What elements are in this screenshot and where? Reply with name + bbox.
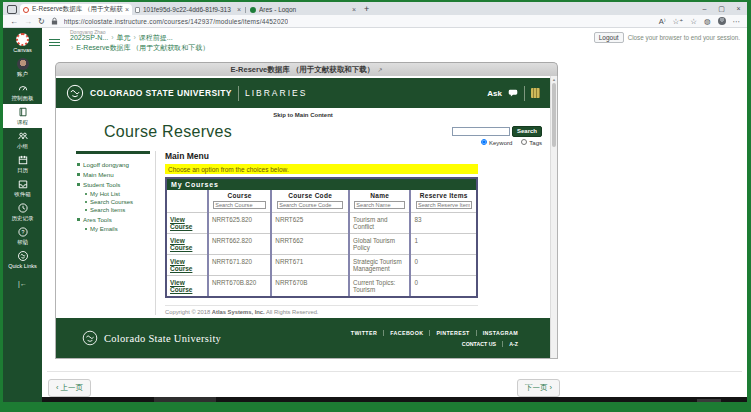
- nav-ares-tools[interactable]: Ares Tools: [76, 216, 150, 223]
- a-z-link[interactable]: A-Z: [502, 341, 524, 347]
- reserve-items-cell: 83: [410, 213, 476, 234]
- settings-menu-icon[interactable]: ⋯: [733, 17, 741, 26]
- tab-close-icon[interactable]: ×: [352, 6, 356, 13]
- pinterest-link[interactable]: PINTEREST: [429, 330, 475, 336]
- restore-icon[interactable]: ▢: [713, 2, 730, 15]
- sidebar-item-history[interactable]: 历史记录: [3, 200, 42, 224]
- sidebar-item-canvas[interactable]: Canvas: [3, 31, 42, 56]
- sidebar-collapse-icon[interactable]: |←: [18, 280, 27, 287]
- search-input[interactable]: [452, 127, 510, 136]
- view-course-link[interactable]: View Course: [170, 216, 192, 230]
- browser-essentials-icon[interactable]: ◍: [704, 17, 711, 26]
- frame-scrollbar[interactable]: ▲: [550, 76, 557, 358]
- nav-main-menu[interactable]: Main Menu: [76, 171, 150, 178]
- main-menu-heading: Main Menu: [165, 151, 478, 161]
- browser-tab[interactable]: 101fe95d-9c22-4dd6-81f9-313 ×: [132, 4, 244, 15]
- forward-icon[interactable]: →: [24, 17, 32, 26]
- name-filter-input[interactable]: [354, 201, 405, 209]
- course-code-cell: NRRT671: [271, 255, 349, 276]
- collections-icon[interactable]: ☆: [690, 17, 697, 26]
- nav-student-tools[interactable]: Student Tools: [76, 181, 150, 188]
- profile-avatar[interactable]: [718, 17, 726, 25]
- sidebar-item-inbox[interactable]: 收件箱: [3, 176, 42, 200]
- tab-close-icon[interactable]: ×: [125, 6, 129, 13]
- tab-actions-icon[interactable]: [7, 5, 17, 14]
- sidebar-item-account[interactable]: 账户: [3, 56, 42, 80]
- keyword-radio-input[interactable]: [481, 139, 487, 145]
- logout-button[interactable]: Logout: [594, 32, 624, 43]
- minimize-icon[interactable]: –: [696, 2, 713, 15]
- nav-logoff[interactable]: Logoff dongyang: [76, 161, 150, 168]
- browser-tab-active[interactable]: E-Reserve数据库 （用于文献获取 ×: [20, 4, 132, 15]
- taskbar-clock-area: [697, 399, 721, 402]
- course-code-cell: NRRT662: [271, 234, 349, 255]
- url-text[interactable]: https://colostate.instructure.com/course…: [64, 18, 289, 25]
- contact-us-link[interactable]: CONTACT US: [456, 341, 502, 347]
- ask-link[interactable]: Ask: [487, 89, 502, 98]
- history-clock-icon: [17, 202, 29, 214]
- footer-links: TWITTER FACEBOOK PINTEREST INSTAGRAM CON…: [345, 330, 524, 347]
- footer-logo: Colorado State University: [82, 330, 221, 346]
- breadcrumb-module[interactable]: 课程前提...: [130, 34, 172, 41]
- reserve-items-filter-input[interactable]: [416, 201, 472, 209]
- account-avatar-icon: [17, 58, 29, 70]
- close-icon[interactable]: ×: [730, 2, 747, 15]
- facebook-link[interactable]: FACEBOOK: [383, 330, 429, 336]
- gift-icon[interactable]: [531, 88, 540, 98]
- favorites-add-icon[interactable]: ☆⁺: [673, 17, 684, 26]
- back-icon[interactable]: ←: [10, 17, 18, 26]
- canvas-sidebar: Canvas 账户 控制面板 课程 小组: [3, 28, 42, 402]
- breadcrumb-item-title[interactable]: E-Reserve数据库 （用于文献获取和下载）: [76, 44, 209, 51]
- breadcrumb-modules[interactable]: 单元: [108, 34, 130, 41]
- session-logout-area: Logout Close your browser to end your se…: [594, 32, 740, 43]
- instagram-link[interactable]: INSTAGRAM: [476, 330, 524, 336]
- groups-icon: [17, 130, 29, 142]
- frame-body: ▲ COLORADO STATE UNIVERSITY LIBRARIES: [55, 76, 558, 359]
- sidebar-item-groups[interactable]: 小组: [3, 128, 42, 152]
- canvas-app: Canvas 账户 控制面板 课程 小组: [3, 28, 747, 402]
- external-link-icon[interactable]: ↗: [377, 66, 382, 73]
- scrollbar-thumb[interactable]: [552, 83, 556, 147]
- view-course-link[interactable]: View Course: [170, 237, 192, 251]
- sidebar-item-quick-links[interactable]: Quick Links: [3, 248, 42, 272]
- sidebar-item-courses[interactable]: 课程: [3, 104, 42, 128]
- next-page-button[interactable]: 下一页 ›: [517, 379, 560, 397]
- page-title: Course Reserves: [104, 123, 232, 141]
- course-code-cell: NRRT625: [271, 213, 349, 234]
- browser-tab[interactable]: Ares - Logon ×: [247, 4, 359, 15]
- course-cell: NRRT670B.820: [208, 276, 271, 297]
- course-code-filter-input[interactable]: [277, 201, 343, 209]
- reserve-items-cell: 1: [410, 234, 476, 255]
- view-course-link[interactable]: View Course: [170, 279, 192, 293]
- course-filter-input[interactable]: [213, 201, 266, 209]
- twitter-link[interactable]: TWITTER: [345, 330, 383, 336]
- lock-icon[interactable]: [51, 17, 58, 25]
- radio-keyword[interactable]: Keyword: [481, 139, 512, 146]
- sidebar-item-calendar[interactable]: 日历: [3, 152, 42, 176]
- name-cell: Strategic Tourism Management: [349, 255, 410, 276]
- table-row: View Course NRRT671.820 NRRT671 Strategi…: [167, 255, 476, 276]
- sidebar-item-help[interactable]: ? 帮助: [3, 224, 42, 248]
- tab-close-icon[interactable]: ×: [237, 6, 241, 13]
- scroll-up-icon[interactable]: ▲: [551, 76, 557, 83]
- new-tab-icon[interactable]: +: [364, 4, 369, 14]
- search-button[interactable]: Search: [512, 126, 542, 137]
- tags-radio-input[interactable]: [521, 139, 527, 145]
- nav-search-items[interactable]: Search Items: [84, 207, 150, 213]
- taskbar-app-item[interactable]: [154, 397, 216, 402]
- table-row: View Course NRRT670B.820 NRRT670B Curren…: [167, 276, 476, 297]
- sidebar-item-dashboard[interactable]: 控制面板: [3, 80, 42, 104]
- view-course-link[interactable]: View Course: [170, 258, 192, 272]
- nav-my-emails[interactable]: My Emails: [84, 226, 150, 232]
- nav-search-courses[interactable]: Search Courses: [84, 199, 150, 205]
- read-aloud-icon[interactable]: A⁾: [659, 17, 666, 26]
- hamburger-menu-icon[interactable]: [49, 37, 60, 48]
- chat-bubble-icon[interactable]: [508, 89, 518, 97]
- breadcrumb-course[interactable]: 2022SP-N...: [70, 34, 108, 41]
- radio-tags[interactable]: Tags: [521, 139, 542, 146]
- external-tool-frame: E-Reserve数据库 （用于文献获取和下载） ↗ ▲ COLOR: [55, 62, 558, 359]
- skip-to-main-link[interactable]: Skip to Main Content: [56, 108, 550, 120]
- previous-page-button[interactable]: ‹ 上一页: [48, 379, 91, 397]
- refresh-icon[interactable]: ↻: [38, 17, 45, 26]
- nav-my-hot-list[interactable]: My Hot List: [84, 191, 150, 197]
